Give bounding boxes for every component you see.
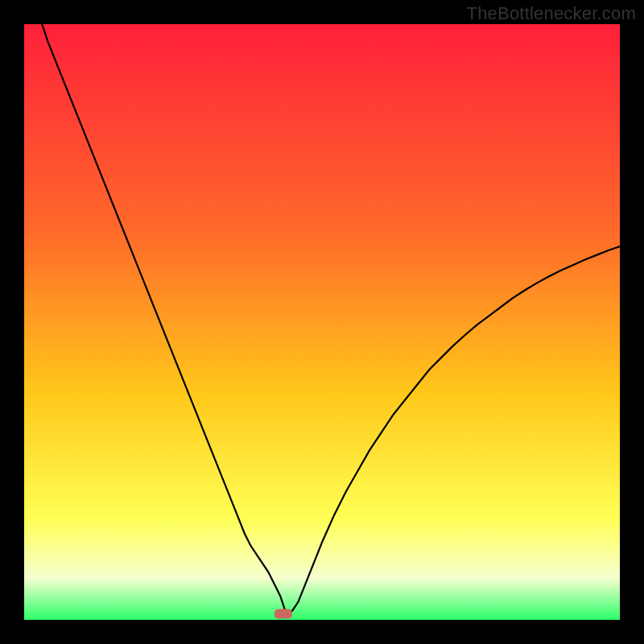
gradient-background <box>24 24 620 620</box>
chart-frame: TheBottlenecker.com <box>0 0 644 644</box>
chart-svg <box>24 24 620 620</box>
optimum-marker <box>275 609 292 619</box>
attribution-label: TheBottlenecker.com <box>467 3 636 24</box>
plot-area <box>24 24 620 620</box>
